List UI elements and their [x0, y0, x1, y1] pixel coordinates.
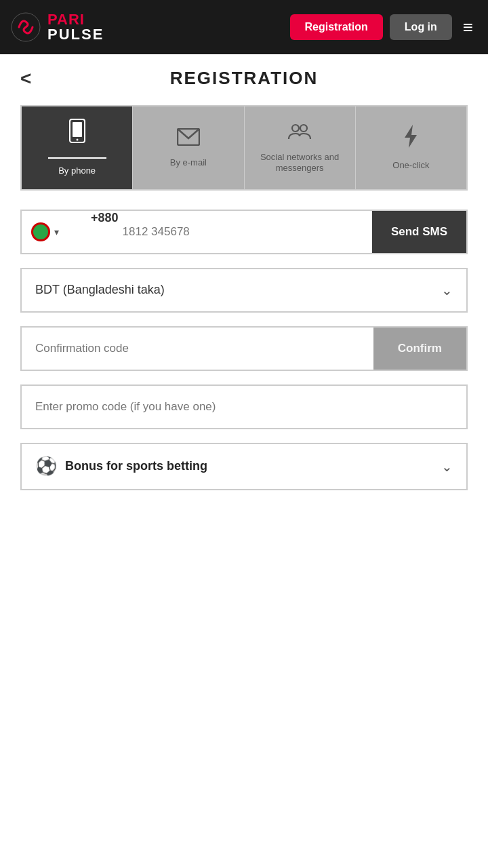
phone-icon [67, 119, 87, 148]
tab-social[interactable]: Social networks and messengers [245, 106, 356, 189]
logo-area: PARI PULSE [11, 12, 104, 42]
social-icon [287, 121, 312, 145]
bonus-left: ⚽ Bonus for sports betting [35, 456, 207, 477]
login-button[interactable]: Log in [390, 14, 452, 40]
bonus-selector[interactable]: ⚽ Bonus for sports betting ⌄ [20, 443, 468, 490]
header-actions: Registration Log in ≡ [290, 13, 478, 42]
country-chevron-icon: ▾ [54, 226, 59, 237]
tab-by-phone[interactable]: By phone [22, 106, 133, 189]
bonus-label: Bonus for sports betting [65, 459, 207, 473]
title-row: < REGISTRATION [20, 68, 468, 89]
svg-point-3 [76, 139, 78, 141]
tab-by-email[interactable]: By e-mail [133, 106, 244, 189]
svg-rect-2 [73, 122, 82, 137]
logo-pari: PARI [47, 12, 104, 27]
phone-number-input[interactable] [123, 211, 372, 253]
send-sms-button[interactable]: Send SMS [372, 211, 466, 253]
confirmation-row: Confirm [20, 326, 468, 371]
country-flag [31, 222, 50, 241]
tab-underline [48, 157, 106, 159]
tab-oneclick[interactable]: One-click [356, 106, 466, 189]
lightning-icon [403, 124, 418, 153]
tab-email-label: By e-mail [170, 157, 207, 169]
hamburger-icon[interactable]: ≡ [459, 13, 477, 42]
bonus-chevron-icon: ⌄ [441, 458, 453, 475]
page-content: < REGISTRATION By phone By e-ma [0, 54, 488, 868]
svg-point-5 [292, 125, 299, 132]
confirm-button[interactable]: Confirm [373, 328, 466, 370]
registration-button[interactable]: Registration [290, 14, 383, 40]
svg-point-6 [300, 125, 307, 132]
phone-country-code: +880 [89, 211, 123, 253]
tab-social-label: Social networks and messengers [251, 152, 348, 175]
tab-oneclick-label: One-click [392, 160, 429, 172]
promo-code-row [20, 384, 468, 429]
promo-code-input[interactable] [35, 400, 453, 414]
back-button[interactable]: < [20, 68, 31, 90]
soccer-ball-icon: ⚽ [35, 456, 57, 477]
page-title: REGISTRATION [20, 68, 468, 89]
logo-pulse: PULSE [47, 27, 104, 42]
email-icon [177, 127, 200, 151]
svg-marker-7 [405, 125, 417, 148]
confirmation-code-input[interactable] [22, 328, 373, 370]
tab-phone-label: By phone [58, 165, 96, 177]
logo-text: PARI PULSE [47, 12, 104, 42]
currency-selector[interactable]: BDT (Bangladeshi taka) ⌄ [20, 268, 468, 313]
country-selector[interactable]: ▾ [22, 211, 89, 253]
currency-chevron-icon: ⌄ [441, 282, 453, 298]
header: PARI PULSE Registration Log in ≡ [0, 0, 488, 54]
registration-tabs: By phone By e-mail Social networks and m… [20, 105, 468, 191]
currency-label: BDT (Bangladeshi taka) [35, 283, 165, 297]
logo-icon [11, 12, 41, 42]
phone-input-row: ▾ +880 Send SMS [20, 210, 468, 254]
